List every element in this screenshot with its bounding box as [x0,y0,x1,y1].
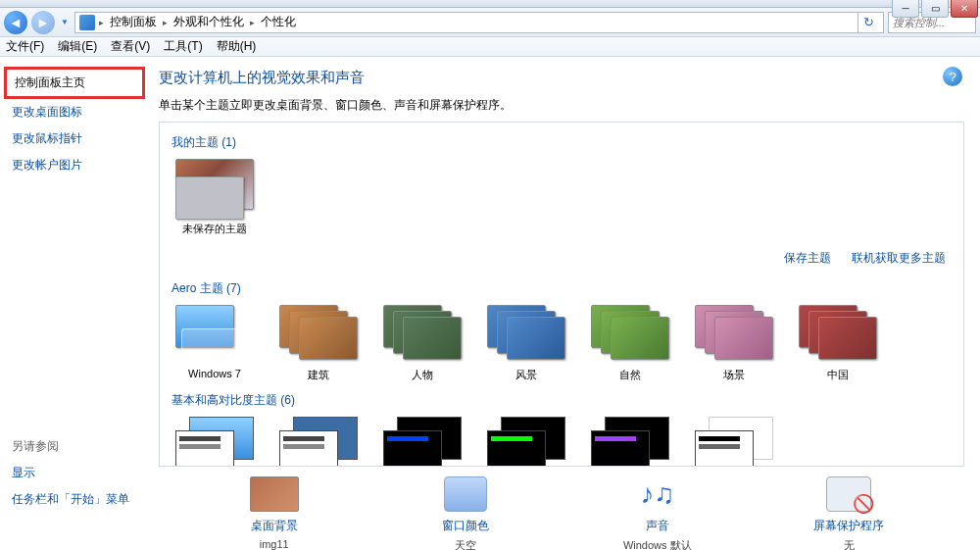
theme-thumbnail [383,417,462,467]
theme-label: 场景 [723,368,745,382]
theme-item-china[interactable]: 中国 [795,305,881,382]
breadcrumb[interactable]: ▸ 控制面板 ▸ 外观和个性化 ▸ 个性化 ↻ [74,12,884,33]
chevron-right-icon: ▸ [163,18,168,27]
footer-value: img11 [260,538,289,550]
control-panel-icon [79,15,95,30]
theme-thumbnail [799,305,877,364]
footer-label: 桌面背景 [251,518,298,534]
sidebar-link-account-picture[interactable]: 更改帐户图片 [4,152,145,178]
footer-value: 无 [844,538,855,550]
footer-value: 天空 [455,538,476,550]
theme-item-hc-black[interactable]: 高对比黑色 [587,417,673,467]
theme-item-nature[interactable]: 自然 [587,305,673,382]
group-head-my-themes: 我的主题 (1) [172,134,952,151]
footer-label: 声音 [646,518,669,534]
theme-label: Windows 7 [188,368,241,379]
footer-desktop-background[interactable]: 桌面背景 img11 [216,475,333,550]
theme-item-w7-basic[interactable]: Windows 7 Basic [172,417,258,467]
footer-sound[interactable]: ♪♫ 声音 Windows 默认 [599,475,716,550]
group-head-basic: 基本和高对比度主题 (6) [172,392,952,409]
sidebar-link-taskbar[interactable]: 任务栏和「开始」菜单 [4,486,145,513]
menu-bar: 文件(F) 编辑(E) 查看(V) 工具(T) 帮助(H) [0,37,980,57]
footer-value: Windows 默认 [623,538,692,550]
breadcrumb-item[interactable]: 个性化 [259,14,298,30]
theme-thumbnail [175,417,254,467]
footer-label: 窗口颜色 [442,518,489,534]
theme-thumbnail [487,305,565,364]
theme-thumbnail [175,305,254,364]
theme-item-scene[interactable]: 场景 [691,305,777,382]
titlebar [0,0,980,8]
theme-label: 中国 [827,368,849,382]
chevron-right-icon: ▸ [250,18,255,27]
get-more-themes-link[interactable]: 联机获取更多主题 [852,251,946,265]
footer-screensaver[interactable]: 屏幕保护程序 无 [790,475,907,550]
theme-label: 建筑 [308,368,329,382]
group-head-label: 我的主题 [172,135,219,149]
theme-item-characters[interactable]: 人物 [379,305,466,382]
theme-item-unsaved[interactable]: 未保存的主题 [172,159,258,236]
theme-item-architecture[interactable]: 建筑 [275,305,362,382]
group-head-count: (6) [280,393,295,407]
settings-footer: 桌面背景 img11 窗口颜色 天空 ♪♫ 声音 Windows 默认 屏幕保护… [159,467,964,550]
theme-item-windows7[interactable]: Windows 7 [172,305,258,382]
menu-file[interactable]: 文件(F) [6,38,44,55]
group-head-count: (1) [221,135,236,149]
menu-edit[interactable]: 编辑(E) [58,38,97,55]
window-color-icon [440,475,491,514]
theme-label: 未保存的主题 [182,222,247,236]
theme-item-hc2[interactable]: 高对比度 #2 [483,417,569,467]
close-button[interactable]: ✕ [951,0,978,18]
theme-thumbnail [591,417,669,467]
theme-item-hc1[interactable]: 高对比度 #1 [379,417,466,467]
sidebar: 控制面板主页 更改桌面图标 更改鼠标指针 更改帐户图片 另请参阅 显示 任务栏和… [0,57,149,550]
sidebar-link-display[interactable]: 显示 [4,460,145,486]
maximize-button[interactable]: ▭ [921,0,949,18]
menu-help[interactable]: 帮助(H) [217,38,257,55]
theme-thumbnail [695,305,773,364]
theme-thumbnail [383,305,462,364]
menu-view[interactable]: 查看(V) [111,38,150,55]
theme-item-hc-white[interactable]: 高对比白色 [691,417,777,467]
help-icon[interactable]: ? [943,67,962,86]
footer-window-color[interactable]: 窗口颜色 天空 [407,475,524,550]
search-input[interactable] [893,17,971,28]
breadcrumb-item[interactable]: 控制面板 [108,14,159,30]
address-bar: ◄ ► ▼ ▸ 控制面板 ▸ 外观和个性化 ▸ 个性化 ↻ [0,8,980,37]
page-title: 更改计算机上的视觉效果和声音 [159,69,964,87]
themes-scroll-panel[interactable]: 我的主题 (1) 未保存的主题 保存主题 联机获取更多主题 Aero 主题 (7… [159,122,964,467]
theme-thumbnail [279,417,358,467]
theme-thumbnail [175,159,254,218]
chevron-right-icon: ▸ [99,18,104,27]
content-area: ? 更改计算机上的视觉效果和声音 单击某个主题立即更改桌面背景、窗口颜色、声音和… [149,57,980,550]
nav-back-button[interactable]: ◄ [4,11,27,34]
sidebar-link-mouse-pointer[interactable]: 更改鼠标指针 [4,125,145,152]
footer-label: 屏幕保护程序 [813,518,884,534]
theme-thumbnail [591,305,669,364]
window-controls: ─ ▭ ✕ [892,0,978,18]
breadcrumb-item[interactable]: 外观和个性化 [172,14,246,30]
screensaver-icon [823,475,874,514]
theme-thumbnail [487,417,565,467]
group-head-aero: Aero 主题 (7) [172,280,952,297]
theme-label: 风景 [515,368,537,382]
theme-thumbnail [695,417,773,467]
refresh-icon[interactable]: ↻ [858,12,879,33]
desktop-background-icon [249,475,300,514]
sidebar-link-desktop-icons[interactable]: 更改桌面图标 [4,99,145,125]
nav-forward-button[interactable]: ► [31,11,55,34]
sidebar-seealso-head: 另请参阅 [4,433,145,460]
sidebar-link-home[interactable]: 控制面板主页 [4,67,145,99]
theme-item-classic[interactable]: Windows 经典 [275,417,362,467]
page-subtitle: 单击某个主题立即更改桌面背景、窗口颜色、声音和屏幕保护程序。 [159,97,964,114]
theme-label: 人物 [412,368,433,382]
minimize-button[interactable]: ─ [892,0,919,18]
sound-icon: ♪♫ [632,475,683,514]
theme-item-landscape[interactable]: 风景 [483,305,569,382]
menu-tools[interactable]: 工具(T) [164,38,202,55]
save-theme-link[interactable]: 保存主题 [784,251,831,265]
theme-action-links: 保存主题 联机获取更多主题 [172,246,952,276]
nav-history-dropdown[interactable]: ▼ [59,11,71,34]
group-head-label: 基本和高对比度主题 [172,393,277,407]
theme-thumbnail [279,305,358,364]
